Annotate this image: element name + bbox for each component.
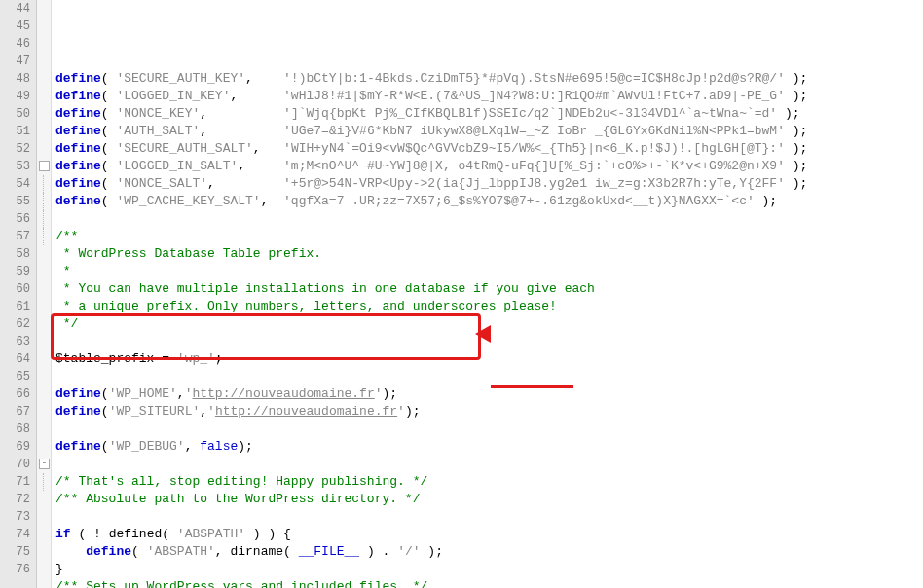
fold-cell[interactable] [37,70,51,88]
line-number: 46 [0,35,30,53]
code-line[interactable]: * You can have multiple installations in… [55,280,923,298]
code-line[interactable]: define( 'NONCE_SALT', '+5r@>54N-VRP<Upy-… [55,175,923,193]
fold-cell[interactable] [37,140,51,158]
fold-cell[interactable] [37,561,51,578]
fold-cell[interactable] [37,280,51,298]
line-number: 69 [0,438,30,456]
code-line[interactable]: define( 'WP_CACHE_KEY_SALT', 'qgfXa=7 .U… [55,193,923,210]
line-number: 60 [0,280,30,298]
code-line[interactable]: define('WP_HOME','http://nouveaudomaine.… [55,386,923,403]
line-number: 62 [0,315,30,333]
line-number: 70 [0,456,30,473]
code-line[interactable]: /** Sets up WordPress vars and included … [55,578,923,588]
line-number: 68 [0,421,30,438]
line-number: 73 [0,508,30,526]
fold-cell[interactable] [37,298,51,315]
fold-toggle-icon[interactable]: - [39,161,50,171]
line-number: 47 [0,53,30,70]
fold-cell[interactable] [37,88,51,105]
fold-cell[interactable] [37,350,51,368]
code-line[interactable]: /** Absolute path to the WordPress direc… [55,491,923,508]
line-number: 76 [0,561,30,578]
line-number: 64 [0,350,30,368]
fold-cell[interactable] [37,263,51,280]
fold-cell[interactable] [37,315,51,333]
fold-cell[interactable] [37,403,51,421]
code-line[interactable]: define('WP_DEBUG', false); [55,438,923,456]
code-area[interactable]: define( 'SECURE_AUTH_KEY', '!)bCtY|b:1-4… [52,0,923,588]
fold-cell[interactable]: - [37,158,51,175]
code-line[interactable]: * a unique prefix. Only numbers, letters… [55,298,923,315]
fold-cell[interactable] [37,193,51,210]
fold-cell[interactable] [37,386,51,403]
line-number: 55 [0,193,30,210]
code-line[interactable]: * [55,263,923,280]
code-line[interactable]: define( 'LOGGED_IN_SALT', 'm;M<nO^U^ #U~… [55,158,923,175]
code-line[interactable]: define( 'AUTH_SALT', 'UGe7=&i}V#6*KbN7 i… [55,123,923,140]
line-number: 48 [0,70,30,88]
fold-cell[interactable] [37,228,51,245]
code-line[interactable] [55,421,923,438]
fold-cell[interactable] [37,18,51,35]
fold-cell[interactable] [37,53,51,70]
code-line[interactable]: define( 'SECURE_AUTH_SALT', 'WIH+yN4`=Oi… [55,140,923,158]
code-line[interactable]: } [55,561,923,578]
code-line[interactable]: /** [55,228,923,245]
fold-cell[interactable] [37,438,51,456]
fold-cell[interactable] [37,473,51,491]
line-number: 44 [0,0,30,18]
line-number: 65 [0,368,30,386]
fold-column: -- [37,0,52,588]
code-line[interactable] [55,333,923,350]
line-number: 59 [0,263,30,280]
fold-cell[interactable] [37,368,51,386]
line-number: 53 [0,158,30,175]
fold-cell[interactable] [37,491,51,508]
line-number: 56 [0,210,30,228]
code-line[interactable]: define( 'ABSPATH', dirname( __FILE__ ) .… [55,543,923,561]
line-number: 75 [0,543,30,561]
fold-cell[interactable] [37,123,51,140]
fold-cell[interactable] [37,210,51,228]
fold-cell[interactable] [37,543,51,561]
line-number: 45 [0,18,30,35]
code-line[interactable]: define( 'LOGGED_IN_KEY', 'wHlJ8!#1|$mY-R… [55,88,923,105]
code-line[interactable]: * WordPress Database Table prefix. [55,245,923,263]
line-number: 58 [0,245,30,263]
line-number: 66 [0,386,30,403]
code-editor: 4445464748495051525354555657585960616263… [0,0,923,588]
code-line[interactable]: /* That's all, stop editing! Happy publi… [55,473,923,491]
fold-cell[interactable]: - [37,456,51,473]
code-line[interactable]: */ [55,315,923,333]
line-number: 54 [0,175,30,193]
line-number: 50 [0,105,30,123]
line-number: 72 [0,491,30,508]
line-number: 67 [0,403,30,421]
fold-cell[interactable] [37,508,51,526]
line-number: 63 [0,333,30,350]
line-number: 49 [0,88,30,105]
fold-cell[interactable] [37,105,51,123]
code-line[interactable]: $table_prefix = 'wp_'; [55,350,923,368]
fold-cell[interactable] [37,333,51,350]
fold-cell[interactable] [37,35,51,53]
code-line[interactable]: define( 'NONCE_KEY', ']`Wjq{bpKt Pj%_CIf… [55,105,923,123]
fold-cell[interactable] [37,421,51,438]
code-line[interactable] [55,210,923,228]
line-number: 52 [0,140,30,158]
line-number: 74 [0,526,30,543]
fold-cell[interactable] [37,0,51,18]
code-line[interactable] [55,368,923,386]
line-number: 51 [0,123,30,140]
code-line[interactable]: if ( ! defined( 'ABSPATH' ) ) { [55,526,923,543]
fold-toggle-icon[interactable]: - [39,459,50,469]
fold-cell[interactable] [37,175,51,193]
code-line[interactable] [55,456,923,473]
code-line[interactable] [55,508,923,526]
line-number: 71 [0,473,30,491]
fold-cell[interactable] [37,245,51,263]
code-line[interactable]: define( 'SECURE_AUTH_KEY', '!)bCtY|b:1-4… [55,70,923,88]
code-line[interactable]: define('WP_SITEURL','http://nouveaudomai… [55,403,923,421]
line-number-gutter: 4445464748495051525354555657585960616263… [0,0,37,588]
fold-cell[interactable] [37,526,51,543]
